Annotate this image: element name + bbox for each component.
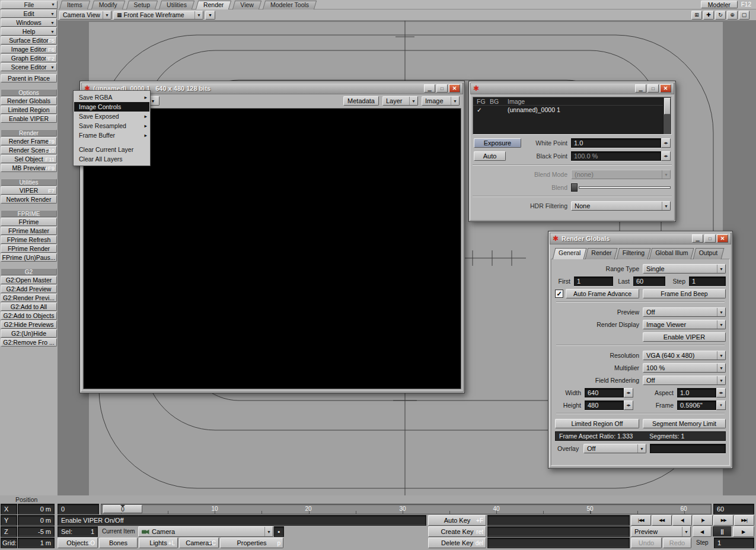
sidebar-item[interactable]: Limited Region ▼ <box>1 106 57 114</box>
playback-button[interactable]: |▶ <box>693 515 713 526</box>
context-menu-item[interactable]: Clear All Layers ▸ <box>74 154 149 164</box>
white-point-stepper[interactable]: ◂▸ <box>661 138 671 148</box>
sidebar-item[interactable]: G2 ▼ <box>1 268 57 275</box>
sidebar-item[interactable]: ▼ <box>1 204 57 210</box>
sidebar-item[interactable]: G2:Open Master ▼ <box>1 276 57 284</box>
modeler-button[interactable]: Modeler <box>701 1 738 8</box>
sidebar-item[interactable]: Edit ▼ <box>1 9 57 18</box>
width-stepper[interactable]: ◂▸ <box>624 388 633 398</box>
close-button[interactable]: ✕ <box>717 234 728 243</box>
close-button[interactable]: ✕ <box>449 84 460 93</box>
sidebar-item[interactable]: Help ▼ <box>1 27 57 36</box>
sidebar-item[interactable]: G2:Add to Objects ▼ <box>1 311 57 320</box>
frame-size-dropdown[interactable]: ▼ <box>716 400 726 410</box>
sidebar-item[interactable]: Network Render ▼ <box>1 195 57 204</box>
context-menu-item[interactable]: Frame Buffer ▸ <box>74 131 149 140</box>
playback-button[interactable]: ▶▶ <box>713 515 733 526</box>
sidebar-item[interactable]: FPRIME ▼ <box>1 210 57 217</box>
overlay-dropdown[interactable]: Off ▼ <box>583 444 646 453</box>
context-menu-item[interactable]: Clear Current Layer ▸ <box>74 145 149 154</box>
exposure-button[interactable]: Exposure <box>474 138 521 148</box>
context-menu-item[interactable]: Save RGBA ▸ <box>74 93 149 102</box>
current-frame-field[interactable]: 0 <box>58 504 99 514</box>
sidebar-item[interactable]: Render ▼ <box>1 129 57 136</box>
auto-button[interactable]: Auto <box>474 151 506 161</box>
sidebar-item[interactable]: Render Scene F10 ▼ <box>1 146 57 154</box>
render-display-dropdown[interactable]: Image Viewer ▼ <box>643 320 726 329</box>
sidebar-item[interactable]: ▼ <box>1 262 57 268</box>
sidebar-item[interactable]: Surface Editor F5 ▼ <box>1 36 57 44</box>
playback-button[interactable]: |◀◀ <box>631 515 651 526</box>
undo-button[interactable]: Undo <box>631 538 662 548</box>
sidebar-item[interactable]: G2:Add to All ▼ <box>1 303 57 311</box>
sidebar-item[interactable]: G2:Remove Fro ... ▼ <box>1 338 57 346</box>
minimize-button[interactable]: ▁ <box>424 84 435 93</box>
multiplier-dropdown[interactable]: 100 % ▼ <box>643 363 726 373</box>
sidebar-item[interactable]: Parent in Place ▼ <box>1 74 57 82</box>
sidebar-item[interactable]: G2:Hide Previews ▼ <box>1 320 57 329</box>
shade-mode-dropdown[interactable]: ▦ Front Face Wireframe ▼ <box>113 11 203 20</box>
render-globals-tab[interactable]: Filtering <box>617 247 650 259</box>
blend-slider-handle[interactable] <box>571 183 578 192</box>
auto-frame-advance-button[interactable]: Auto Frame Advance <box>566 289 639 298</box>
height-stepper[interactable]: ◂▸ <box>624 400 633 410</box>
blend-mode-dropdown[interactable]: (none) ▼ <box>571 170 671 179</box>
blend-slider-track[interactable] <box>579 186 671 189</box>
field-rendering-dropdown[interactable]: Off ▼ <box>643 376 726 385</box>
playback-button[interactable]: ▶▶| <box>734 515 754 526</box>
auto-key-button[interactable]: Auto Key +F <box>428 515 486 526</box>
viewport-options-dropdown[interactable]: ▼ <box>205 11 215 20</box>
grid-icon[interactable]: ⊞ <box>691 11 702 20</box>
main-tab[interactable]: Setup <box>126 0 158 9</box>
range-type-dropdown[interactable]: Single ▼ <box>643 264 726 274</box>
main-tab[interactable]: View <box>232 0 261 9</box>
objects-button[interactable]: Objects +O <box>58 538 98 548</box>
auto-frame-advance-checkbox[interactable]: ✓ <box>555 290 563 298</box>
bones-button[interactable]: Bones <box>99 538 138 548</box>
step-size-field[interactable]: 1 <box>714 538 754 548</box>
last-frame-field[interactable]: 60 <box>633 276 665 286</box>
playback-button[interactable]: ◀| <box>672 515 693 526</box>
sidebar-item[interactable]: ▼ <box>1 83 57 89</box>
sidebar-item[interactable]: Render Globals ▼ <box>1 97 57 105</box>
image-list-row[interactable]: ✓ (unnamed)_0000 1 <box>473 106 663 115</box>
width-field[interactable]: 640 <box>585 388 624 398</box>
sidebar-item[interactable]: VIPER F7 ▼ <box>1 186 57 195</box>
step-forward-button[interactable]: ▶ <box>733 526 754 537</box>
main-tab[interactable]: Items <box>59 0 90 9</box>
sidebar-item[interactable]: G2:Render Previ... ▼ <box>1 294 57 302</box>
black-point-stepper[interactable]: ◂▸ <box>661 151 671 161</box>
main-tab[interactable]: Modeler Tools <box>263 0 317 9</box>
white-point-field[interactable]: 1.0 <box>571 138 661 148</box>
frame-end-beep-button[interactable]: Frame End Beep <box>643 289 726 298</box>
height-field[interactable]: 480 <box>585 400 624 410</box>
sidebar-item[interactable]: Sel Object F11 ▼ <box>1 155 57 163</box>
first-frame-field[interactable]: 1 <box>574 276 613 286</box>
scrollbar[interactable] <box>663 97 671 134</box>
main-tab[interactable]: Modify <box>91 0 125 9</box>
black-point-field[interactable]: 100.0 % <box>571 151 661 161</box>
sidebar-item[interactable]: Render Frame F9 ▼ <box>1 137 57 145</box>
delete-key-button[interactable]: Delete Key del <box>428 538 486 548</box>
sidebar-item[interactable]: FPrime Refresh ▼ <box>1 236 57 244</box>
sidebar-item[interactable]: FPrime Master ▼ <box>1 227 57 235</box>
minimize-button[interactable]: ▁ <box>692 234 703 243</box>
timeline-track[interactable]: 0 10 20 30 40 50 60 0 <box>101 504 712 514</box>
frame-size-field[interactable]: 0.5906" <box>677 400 716 410</box>
file-menu[interactable]: File ▼ <box>1 1 58 9</box>
sidebar-item[interactable]: Graph Editor ^F2 ▼ <box>1 54 57 62</box>
context-menu-item[interactable]: Image Controls ▸ <box>74 102 149 112</box>
context-menu-item[interactable]: Save Exposed ▸ <box>74 112 149 121</box>
create-key-button[interactable]: Create Key ret <box>428 526 486 537</box>
sidebar-item[interactable]: Enable VIPER ▼ <box>1 115 57 123</box>
current-item-dropdown[interactable]: Camera ▼ <box>138 526 273 537</box>
sidebar-item[interactable]: FPrime (Un)Paus... ▼ <box>1 253 57 262</box>
fit-view-icon[interactable]: ▢ <box>739 11 749 20</box>
sidebar-item[interactable]: ▼ <box>1 123 57 129</box>
sidebar-item[interactable]: Utilities ▼ <box>1 179 57 186</box>
scrollbar-thumb[interactable] <box>664 98 671 115</box>
preview-dropdown[interactable]: Preview ▼ <box>631 526 691 537</box>
playback-button[interactable]: ◀◀ <box>652 515 672 526</box>
maximize-button[interactable]: □ <box>436 84 448 93</box>
sidebar-item[interactable]: Scene Editor ▼ <box>1 63 57 71</box>
